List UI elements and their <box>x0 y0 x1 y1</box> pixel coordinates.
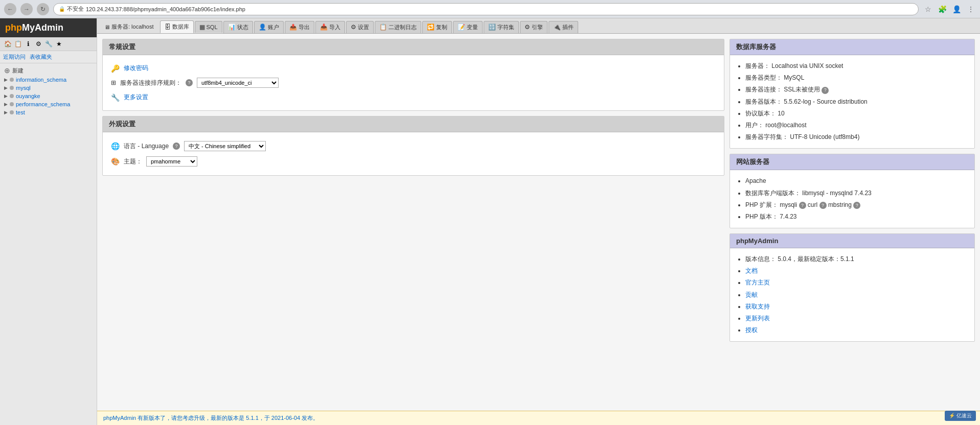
tab-replication-label: 复制 <box>436 23 447 31</box>
tab-engines[interactable]: ⚙ 引擎 <box>520 21 548 33</box>
ssl-help-icon[interactable]: ? <box>822 87 829 94</box>
language-select[interactable]: 中文 - Chinese simplified English Deutsch … <box>184 141 266 151</box>
mysqli-help-icon[interactable]: ? <box>799 202 806 209</box>
web-server-item-2: PHP 扩展： mysqli ? curl ? mbstring ? <box>745 199 967 211</box>
more-settings-link[interactable]: 更多设置 <box>124 93 148 102</box>
web-server-value-1: libmysql - mysqlnd 7.4.23 <box>802 190 871 197</box>
right-panels: 数据库服务器 服务器： Localhost via UNIX socket 服务… <box>730 39 975 406</box>
forward-button[interactable]: → <box>20 3 33 15</box>
db-server-value-1: MySQL <box>784 74 804 81</box>
db-server-value-4: 10 <box>778 110 784 117</box>
favorites-link[interactable]: 表收藏夹 <box>30 53 52 61</box>
pma-changelog: 更新列表 <box>745 313 967 324</box>
tab-export-icon: 📤 <box>289 23 297 31</box>
menu-button[interactable]: ⋮ <box>966 4 976 14</box>
recent-link[interactable]: 近期访问 <box>3 53 26 61</box>
refresh-button[interactable]: ↻ <box>37 3 49 15</box>
tab-binlog[interactable]: 📋 二进制日志 <box>375 21 421 33</box>
tab-engines-label: 引擎 <box>532 23 543 31</box>
db-server-label-5: 用户： <box>745 122 764 129</box>
sidebar-extra-icon[interactable]: ★ <box>54 39 63 49</box>
expand-icon: ▶ <box>4 102 8 107</box>
curl-help-icon[interactable]: ? <box>819 202 827 209</box>
appearance-settings-body: 🌐 语言 - Language ? 中文 - Chinese simplifie… <box>103 132 724 175</box>
tab-variables[interactable]: 📝 变量 <box>453 21 483 33</box>
db-item-test[interactable]: ▶ test <box>2 108 95 116</box>
pma-docs: 文档 <box>745 265 967 277</box>
pma-info-list: 版本信息： 5.0.4，最新稳定版本：5.1.1 文档 官方主页 <box>737 253 967 336</box>
web-server-label-1: 数据库客户端版本： <box>745 190 801 197</box>
db-item-mysql[interactable]: ▶ mysql <box>2 84 95 92</box>
change-password-link[interactable]: 修改密码 <box>124 64 148 73</box>
bookmark-button[interactable]: ☆ <box>923 4 933 14</box>
tab-export[interactable]: 📤 导出 <box>285 21 314 33</box>
db-dot-icon <box>10 102 14 106</box>
tab-replication[interactable]: 🔁 复制 <box>422 21 452 33</box>
tab-databases[interactable]: 🗄 数据库 <box>160 20 194 33</box>
server-title: 服务器: localhost <box>111 23 154 31</box>
change-password-row: 🔑 修改密码 <box>111 61 716 75</box>
sidebar-home-icon[interactable]: 🏠 <box>3 39 12 49</box>
extensions-button[interactable]: 🧩 <box>937 4 947 14</box>
pma-license-link[interactable]: 授权 <box>745 326 758 334</box>
pma-contribute-link[interactable]: 贡献 <box>745 291 758 298</box>
curl-link: curl <box>808 201 817 208</box>
web-server-item-1: 数据库客户端版本： libmysql - mysqlnd 7.4.23 <box>745 187 967 199</box>
theme-select[interactable]: pmahomme original metro <box>146 156 197 167</box>
db-item-performance_schema[interactable]: ▶ performance_schema <box>2 100 95 108</box>
tab-export-label: 导出 <box>299 23 310 31</box>
db-name-information_schema: information_schema <box>16 77 66 83</box>
web-server-body: Apache 数据库客户端版本： libmysql - mysqlnd 7.4.… <box>730 170 974 228</box>
web-server-list: Apache 数据库客户端版本： libmysql - mysqlnd 7.4.… <box>737 175 967 223</box>
sidebar-icons: 🏠 📋 ℹ ⚙ 🔧 ★ <box>0 37 97 51</box>
sidebar-settings-icon[interactable]: ⚙ <box>34 39 43 49</box>
tab-binlog-icon: 📋 <box>379 23 387 31</box>
new-db-label: 新建 <box>12 67 24 75</box>
server-label: 🖥 <box>104 24 110 30</box>
sidebar-config-icon[interactable]: 🔧 <box>44 39 53 49</box>
tab-accounts-label: 账户 <box>268 23 279 31</box>
sidebar-recent-icon[interactable]: 📋 <box>13 39 22 49</box>
new-db-icon: ⊕ <box>4 66 10 75</box>
sidebar-info-icon[interactable]: ℹ <box>24 39 33 49</box>
expand-icon: ▶ <box>4 93 8 99</box>
db-server-item-1: 服务器类型： MySQL <box>745 72 967 84</box>
watermark-text: ⚡ <box>949 413 956 418</box>
sidebar-nav: 近期访问 表收藏夹 <box>0 51 97 63</box>
tab-sql[interactable]: ▦ SQL <box>195 21 222 33</box>
notice-link[interactable]: phpMyAdmin 有新版本了，请您考虑升级，最新的版本是 5.1.1，于 2… <box>103 415 318 421</box>
profile-button[interactable]: 👤 <box>951 4 962 14</box>
general-settings-panel: 常规设置 🔑 修改密码 ⊞ 服务器连接排序规则： ? <box>102 39 724 111</box>
tab-plugins[interactable]: 🔌 插件 <box>549 21 578 33</box>
back-button[interactable]: ← <box>4 3 16 15</box>
pma-homepage-link[interactable]: 官方主页 <box>745 279 770 286</box>
watermark: ⚡ 亿速云 <box>945 411 976 421</box>
expand-icon: ▶ <box>4 77 8 82</box>
db-item-information_schema[interactable]: ▶ information_schema <box>2 76 95 84</box>
watermark-brand: 亿速云 <box>956 413 972 418</box>
pma-support-link[interactable]: 获取支持 <box>745 303 770 310</box>
tab-status[interactable]: 📊 状态 <box>223 21 253 33</box>
web-server-header: 网站服务器 <box>730 154 974 170</box>
tab-settings[interactable]: ⚙ 设置 <box>346 21 374 33</box>
db-server-list: 服务器： Localhost via UNIX socket 服务器类型： My… <box>737 60 967 143</box>
mbstring-help-icon[interactable]: ? <box>853 202 860 209</box>
pma-changelog-link[interactable]: 更新列表 <box>745 315 770 322</box>
pma-docs-link[interactable]: 文档 <box>745 267 758 274</box>
db-server-body: 服务器： Localhost via UNIX socket 服务器类型： My… <box>730 55 974 148</box>
language-help-icon[interactable]: ? <box>173 143 180 150</box>
tab-charset[interactable]: 🔡 字符集 <box>484 21 519 33</box>
tab-import[interactable]: 📥 导入 <box>315 21 345 33</box>
collation-row: ⊞ 服务器连接排序规则： ? utf8mb4_unicode_ci utf8_g… <box>111 75 716 90</box>
db-item-ouyangke[interactable]: ▶ ouyangke <box>2 92 95 100</box>
new-db-button[interactable]: ⊕ 新建 <box>2 65 95 76</box>
tab-accounts[interactable]: 👤 账户 <box>254 21 284 33</box>
key-icon: 🔑 <box>111 64 120 73</box>
collation-help-icon[interactable]: ? <box>186 79 193 86</box>
pma-logo: phpMyAdmin <box>0 18 97 37</box>
db-server-value-6: UTF-8 Unicode (utf8mb4) <box>790 133 859 140</box>
collation-select[interactable]: utf8mb4_unicode_ci utf8_general_ci latin… <box>197 78 279 88</box>
language-row: 🌐 语言 - Language ? 中文 - Chinese simplifie… <box>111 138 716 154</box>
address-bar[interactable]: 🔒 不安全 120.24.243.37:888/phpmyadmin_400da… <box>53 3 919 15</box>
expand-icon: ▶ <box>4 110 8 115</box>
